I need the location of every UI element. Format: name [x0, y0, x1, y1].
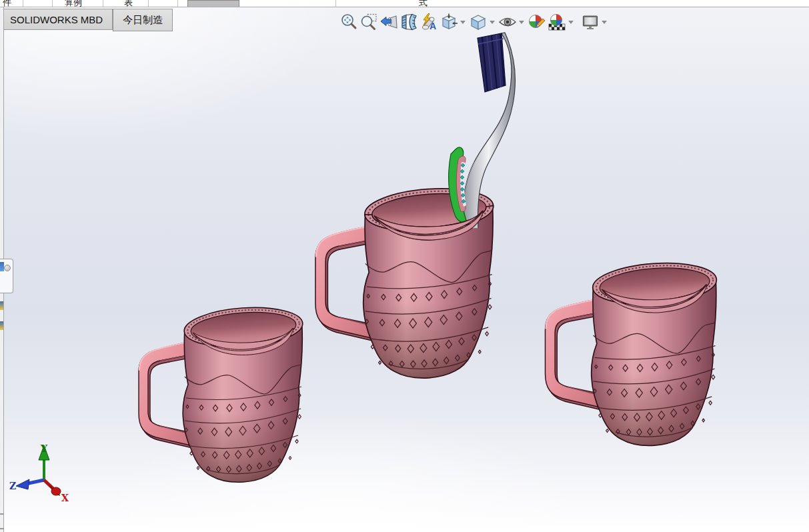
apply-scene-dropdown[interactable]: [567, 13, 575, 31]
dynamic-annotation-views-icon: A: [420, 13, 438, 31]
menu-separator: [52, 0, 53, 7]
menu-separator: [148, 0, 149, 7]
display-style-icon: [469, 13, 488, 31]
tab-label: SOLIDWORKS MBD: [10, 14, 103, 25]
reference-triad: Y Z X: [9, 443, 69, 503]
view-settings-button[interactable]: [580, 13, 600, 31]
model-scene: Y Z X: [0, 0, 809, 532]
view-orientation-icon: [440, 13, 458, 31]
eye-icon: [498, 13, 517, 31]
toothbrush-bristles: [478, 33, 506, 92]
view-settings-dropdown[interactable]: [600, 13, 608, 31]
axis-z-label: Z: [9, 481, 16, 491]
rail-tick: [0, 513, 4, 515]
menu-separator: [177, 0, 178, 7]
panel-tab-fragment: [0, 301, 3, 310]
display-style-button[interactable]: [468, 13, 488, 31]
hide-show-items-dropdown[interactable]: [518, 13, 526, 31]
heads-up-view-toolbar: A: [339, 13, 610, 31]
menu-separator: [103, 0, 103, 7]
feature-manager-flyout-tab[interactable]: [0, 259, 13, 293]
svg-text:A: A: [430, 21, 436, 31]
flyout-icon-fragment: [0, 262, 4, 271]
section-view-button[interactable]: [399, 13, 419, 31]
tab-today-manufacturing[interactable]: 今日制造: [113, 9, 173, 31]
pin-icon[interactable]: [4, 265, 11, 271]
tab-label: 今日制造: [123, 14, 163, 27]
apply-scene-button[interactable]: [547, 13, 567, 31]
previous-view-icon: [379, 13, 398, 31]
zoom-to-area-button[interactable]: [359, 13, 379, 31]
hide-show-items-button[interactable]: [498, 13, 518, 31]
axis-x-label: X: [61, 493, 69, 503]
view-orientation-button[interactable]: [439, 13, 459, 31]
zoom-to-fit-icon: [339, 13, 358, 31]
rail-tick: [0, 528, 4, 529]
section-view-icon: [399, 13, 418, 31]
apply-scene-icon: [548, 13, 566, 31]
tab-solidworks-mbd[interactable]: SOLIDWORKS MBD: [0, 9, 113, 30]
mug-left[interactable]: [139, 304, 304, 482]
zoom-to-area-icon: [359, 13, 378, 31]
monitor-icon: [581, 13, 600, 31]
edit-appearance-icon: [528, 13, 546, 31]
menu-pressed-button[interactable]: [187, 0, 239, 7]
panel-tab-fragment: [0, 321, 3, 330]
dynamic-annotation-views-button[interactable]: A: [419, 13, 439, 31]
application-window: Y Z X 件 算例 表 式 SOLIDWORKS MBD 今日制造: [0, 0, 809, 532]
command-manager-tabs: SOLIDWORKS MBD 今日制造: [0, 9, 173, 33]
menu-bar: 件 算例 表 式: [0, 0, 809, 7]
menu-item-fragment[interactable]: 件: [3, 0, 11, 7]
menu-item-fragment[interactable]: 表: [124, 0, 133, 7]
previous-view-button[interactable]: [379, 13, 399, 31]
axis-y-label: Y: [40, 443, 48, 454]
menu-item-fragment[interactable]: 式: [419, 0, 428, 7]
view-orientation-dropdown[interactable]: [459, 13, 467, 31]
menu-separator: [335, 0, 336, 7]
edit-appearance-button[interactable]: [527, 13, 547, 31]
display-style-dropdown[interactable]: [488, 13, 496, 31]
menu-item-fragment[interactable]: 算例: [65, 0, 82, 7]
zoom-to-fit-button[interactable]: [339, 13, 359, 31]
menu-separator: [23, 0, 23, 7]
mug-right[interactable]: [545, 259, 718, 445]
